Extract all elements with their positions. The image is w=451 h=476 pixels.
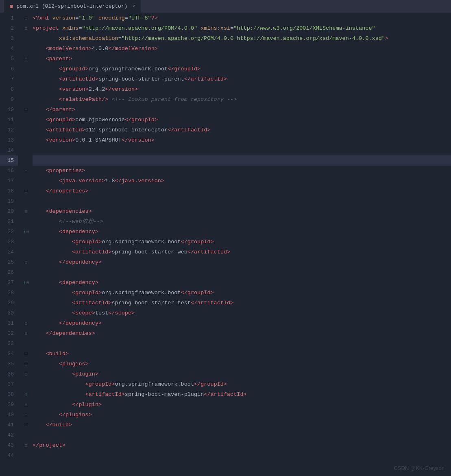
fold-end-41[interactable]: ⊟ xyxy=(25,423,27,428)
fold-icon-2[interactable]: ⊟ xyxy=(25,26,27,31)
line-num-23: 23 xyxy=(0,237,18,247)
code-line-13: <version>0.0.1-SNAPSHOT</version> xyxy=(33,135,451,145)
fold-icon-36[interactable]: ⊟ xyxy=(25,372,27,377)
code-line-29: <artifactId>spring-boot-starter-test</ar… xyxy=(33,298,451,308)
code-line-28: <groupId>org.springframework.boot</group… xyxy=(33,288,451,298)
code-line-20: <dependencies> xyxy=(33,206,451,216)
line-num-25: 25 xyxy=(0,257,18,267)
watermark: CSDN @KK-Greyson xyxy=(394,465,444,471)
code-line-25: </dependency> xyxy=(33,257,451,267)
fold-end-32[interactable]: ⊟ xyxy=(25,331,27,336)
line-num-15: 15 xyxy=(0,155,18,166)
tab-close-button[interactable]: × xyxy=(132,4,135,9)
fold-end-31[interactable]: ⊟ xyxy=(25,321,27,326)
code-line-18: </properties> xyxy=(33,186,451,196)
code-line-23: <groupId>org.springframework.boot</group… xyxy=(33,237,451,247)
line-num-34: 34 xyxy=(0,349,18,359)
line-num-21: 21 xyxy=(0,216,18,227)
line-num-3: 3 xyxy=(0,33,18,44)
code-line-38: <artifactId>spring-boot-maven-plugin</ar… xyxy=(33,389,451,400)
fold-end-43[interactable]: ⊟ xyxy=(25,443,27,448)
line-num-8: 8 xyxy=(0,84,18,94)
line-num-13: 13 xyxy=(0,135,18,145)
line-num-42: 42 xyxy=(0,430,18,440)
code-line-16: <properties> xyxy=(33,166,451,176)
tab-file-icon: m xyxy=(10,3,13,10)
line-num-30: 30 xyxy=(0,308,18,318)
line-num-20: 20 xyxy=(0,206,18,216)
line-num-44: 44 xyxy=(0,450,18,461)
line-num-31: 31 xyxy=(0,318,18,328)
fold-end-25[interactable]: ⊟ xyxy=(25,260,27,265)
fold-end-10[interactable]: ⊟ xyxy=(25,107,27,112)
line-num-37: 37 xyxy=(0,379,18,389)
code-line-22: <dependency> xyxy=(33,227,451,237)
code-line-2: <project xmlns="http://maven.apache.org/… xyxy=(33,23,451,33)
fold-icon-20[interactable]: ⊟ xyxy=(25,209,27,214)
line-num-33: 33 xyxy=(0,338,18,349)
code-line-44 xyxy=(33,450,451,461)
code-line-5: <parent> xyxy=(33,54,451,64)
line-numbers-gutter: 1 2 3 4 5 6 7 8 9 10 11 12 13 14 15 16 1… xyxy=(0,13,31,476)
code-line-3: xsi:schemaLocation="http://maven.apache.… xyxy=(33,33,451,44)
fold-end-39[interactable]: ⊟ xyxy=(25,402,27,407)
code-line-17: <java.version>1.8</java.version> xyxy=(33,176,451,186)
fold-icon-22[interactable]: ⊟ xyxy=(26,229,29,234)
line-num-28: 28 xyxy=(0,288,18,298)
fold-icon-1[interactable]: ⊟ xyxy=(25,16,27,21)
line-num-9: 9 xyxy=(0,94,18,105)
fold-icon-5[interactable]: ⊟ xyxy=(25,57,27,61)
line-num-2: 2 xyxy=(0,23,18,33)
fold-icon-16[interactable]: ⊟ xyxy=(25,168,27,173)
line-num-1: 1 xyxy=(0,13,18,23)
code-line-26 xyxy=(33,267,451,277)
line-num-32: 32 xyxy=(0,328,18,338)
code-line-11: <groupId>com.bjpowernode</groupId> xyxy=(33,115,451,125)
code-line-6: <groupId>org.springframework.boot</group… xyxy=(33,64,451,74)
code-line-10: </parent> xyxy=(33,105,451,115)
line-num-40: 40 xyxy=(0,410,18,420)
code-line-41: </build> xyxy=(33,420,451,430)
line-num-39: 39 xyxy=(0,400,18,410)
fold-end-18[interactable]: ⊟ xyxy=(25,189,27,194)
line-num-26: 26 xyxy=(0,267,18,277)
git-icon-38: ↑ xyxy=(25,392,28,397)
fold-icon-34[interactable]: ⊟ xyxy=(25,352,27,356)
code-editor[interactable]: <?xml version="1.0" encoding="UTF-8"?> <… xyxy=(31,13,451,476)
line-num-6: 6 xyxy=(0,64,18,74)
line-num-24: 24 xyxy=(0,247,18,257)
line-num-38: 38 xyxy=(0,389,18,400)
code-line-31: </dependency> xyxy=(33,318,451,328)
line-num-11: 11 xyxy=(0,115,18,125)
code-line-9: <relativePath/> <!-- lookup parent from … xyxy=(33,94,451,105)
line-num-4: 4 xyxy=(0,44,18,54)
code-line-12: <artifactId>012-sprinboot-interceptor</a… xyxy=(33,125,451,135)
code-line-35: <plugins> xyxy=(33,359,451,369)
line-num-29: 29 xyxy=(0,298,18,308)
fold-icon-27[interactable]: ⊟ xyxy=(26,280,29,285)
line-num-27: 27 xyxy=(0,277,18,288)
line-numbers: 1 2 3 4 5 6 7 8 9 10 11 12 13 14 15 16 1… xyxy=(0,13,21,476)
code-line-19 xyxy=(33,196,451,206)
line-num-36: 36 xyxy=(0,369,18,379)
code-line-43: </project> xyxy=(33,440,451,450)
line-num-19: 19 xyxy=(0,196,18,206)
line-num-17: 17 xyxy=(0,176,18,186)
git-icon-27: ↑ xyxy=(23,280,26,285)
line-num-41: 41 xyxy=(0,420,18,430)
line-num-14: 14 xyxy=(0,145,18,155)
line-num-12: 12 xyxy=(0,125,18,135)
fold-end-40[interactable]: ⊟ xyxy=(25,413,27,417)
code-line-24: <artifactId>spring-boot-starter-web</art… xyxy=(33,247,451,257)
code-line-27: <dependency> xyxy=(33,277,451,288)
code-line-32: </dependencies> xyxy=(33,328,451,338)
code-line-42 xyxy=(33,430,451,440)
line-num-22: 22 xyxy=(0,227,18,237)
line-num-7: 7 xyxy=(0,74,18,84)
fold-icon-35[interactable]: ⊟ xyxy=(25,362,27,367)
line-num-43: 43 xyxy=(0,440,18,450)
tab-label: pom.xml (012-sprinboot-interceptor) xyxy=(16,3,127,9)
line-num-18: 18 xyxy=(0,186,18,196)
code-line-21: <!--web依赖--> xyxy=(33,216,451,227)
editor-tab[interactable]: m pom.xml (012-sprinboot-interceptor) × xyxy=(4,0,141,13)
